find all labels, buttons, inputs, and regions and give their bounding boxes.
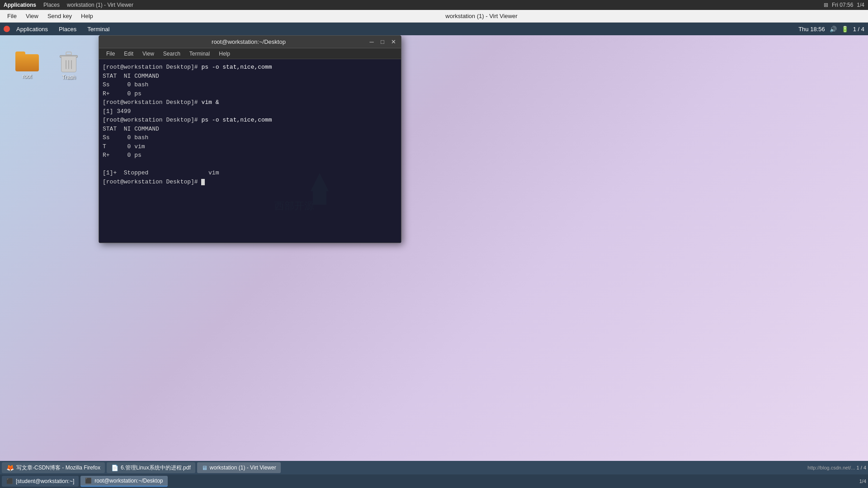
terminal-line-12 [103, 160, 397, 169]
terminal-close-btn[interactable]: ✕ [389, 38, 397, 46]
pdf-label: 6.管理Linux系统中的进程.pdf [121, 464, 191, 472]
volume-icon: 🔊 [830, 26, 837, 33]
taskbar2-page: 1 / 4 [857, 465, 866, 470]
guest-topbar-right: Thu 18:56 🔊 🔋 1 / 4 [798, 26, 864, 33]
trash-handle [66, 52, 72, 55]
virt-window-title: workstation (1) - Virt Viewer [99, 13, 864, 19]
terminal-line-4: R+ 0 ps [103, 89, 397, 99]
apps-red-icon [4, 26, 10, 32]
host-page: 1/4 [857, 2, 864, 8]
host-applications[interactable]: Applications [4, 2, 36, 8]
guest-applications[interactable]: Applications [12, 25, 52, 33]
terminal-title: root@workstation:~/Desktop [130, 38, 368, 45]
student-terminal-label: [student@workstation:~] [16, 478, 74, 484]
host-time: Fri 07:56 [832, 2, 853, 8]
terminal-controls: ─ □ ✕ [368, 38, 397, 46]
host-topbar-left: Applications Places workstation (1) - Vi… [4, 2, 133, 8]
terminal-line-11: R+ 0 ps [103, 151, 397, 160]
trash-icon [60, 52, 78, 72]
host-topbar: Applications Places workstation (1) - Vi… [0, 0, 868, 10]
terminal-line-3: Ss 0 bash [103, 80, 397, 89]
firefox-icon: 🦊 [6, 464, 14, 471]
terminal-edit-menu[interactable]: Edit [120, 50, 137, 58]
desktop-icon-root[interactable]: root [9, 49, 45, 82]
taskbar2-item-virt[interactable]: 🖥 workstation (1) - Virt Viewer [197, 462, 281, 473]
virt-file-menu[interactable]: File [4, 11, 20, 21]
guest-topbar: Applications Places Terminal Thu 18:56 🔊… [0, 23, 868, 35]
terminal-line-10: T 0 vim [103, 142, 397, 151]
guest-terminal[interactable]: Terminal [83, 25, 114, 33]
folder-icon [15, 52, 39, 71]
terminal-minimize-btn[interactable]: ─ [368, 38, 376, 46]
terminal-line-14: [root@workstation Desktop]# [103, 178, 397, 187]
terminal-line-9: Ss 0 bash [103, 133, 397, 142]
battery-icon: 🔋 [841, 26, 849, 33]
taskbar-item-root-desktop[interactable]: ⬛ root@workstation:~/Desktop [80, 476, 167, 487]
trash-body [61, 56, 76, 72]
root-icon-label: root [23, 73, 32, 80]
terminal-line-5: [root@workstation Desktop]# vim & [103, 98, 397, 107]
taskbar2-right: http://blog.csdn.net/... 1 / 4 [807, 465, 866, 470]
taskbar2-url: http://blog.csdn.net/... [807, 465, 855, 470]
firefox-label: 写文章-CSDN博客 - Mozilla Firefox [16, 464, 100, 472]
taskbar-bottom: ⬛ [student@workstation:~] ⬛ root@worksta… [0, 474, 868, 488]
bottom-taskbar-2: 🦊 写文章-CSDN博客 - Mozilla Firefox 📄 6.管理Lin… [0, 461, 868, 474]
root-terminal-icon: ⬛ [85, 478, 92, 484]
guest-topbar-left: Applications Places Terminal [4, 25, 114, 33]
terminal-line-7: [root@workstation Desktop]# ps -o stat,n… [103, 116, 397, 125]
virt-menubar: File View Send key Help workstation (1) … [0, 10, 868, 23]
guest-desktop-wrapper: root Trash root@workstation:~/De [0, 35, 868, 474]
terminal-titlebar: root@workstation:~/Desktop ─ □ ✕ [99, 36, 401, 48]
trash-line-3 [71, 60, 72, 69]
network-icon: ⊞ [824, 2, 828, 8]
terminal-body[interactable]: [root@workstation Desktop]# ps -o stat,n… [99, 59, 401, 243]
trash-lines [66, 60, 72, 69]
guest-page: 1 / 4 [853, 26, 864, 33]
virt-sendkey-menu[interactable]: Send key [44, 11, 75, 21]
root-terminal-label: root@workstation:~/Desktop [94, 478, 163, 484]
trash-line-1 [66, 60, 66, 69]
virt-label: workstation (1) - Virt Viewer [210, 465, 276, 471]
trash-icon-label: Trash [62, 74, 75, 80]
host-topbar-right: ⊞ Fri 07:56 1/4 [824, 2, 864, 8]
student-terminal-icon: ⬛ [6, 478, 13, 484]
terminal-terminal-menu[interactable]: Terminal [186, 50, 213, 58]
terminal-line-1: [root@workstation Desktop]# ps -o stat,n… [103, 63, 397, 72]
taskbar2-item-firefox[interactable]: 🦊 写文章-CSDN博客 - Mozilla Firefox [2, 462, 105, 473]
virt-help-menu[interactable]: Help [77, 11, 97, 21]
terminal-maximize-btn[interactable]: □ [378, 38, 387, 46]
terminal-line-13: [1]+ Stopped vim [103, 169, 397, 178]
taskbar2-item-pdf[interactable]: 📄 6.管理Linux系统中的进程.pdf [107, 462, 195, 473]
virt-icon: 🖥 [202, 465, 208, 471]
host-places[interactable]: Places [43, 2, 60, 8]
terminal-line-6: [1] 3499 [103, 107, 397, 116]
terminal-file-menu[interactable]: File [103, 50, 118, 58]
trash-line-2 [68, 60, 69, 69]
page-indicator: 1/4 [859, 479, 866, 484]
terminal-window: root@workstation:~/Desktop ─ □ ✕ File Ed… [99, 35, 401, 243]
guest-places[interactable]: Places [54, 25, 81, 33]
virt-view-menu[interactable]: View [22, 11, 42, 21]
host-window-title: workstation (1) - Virt Viewer [67, 2, 133, 8]
folder-body [15, 54, 39, 71]
guest-time: Thu 18:56 [798, 26, 825, 33]
taskbar-item-student[interactable]: ⬛ [student@workstation:~] [2, 476, 79, 487]
terminal-menubar: File Edit View Search Terminal Help [99, 48, 401, 59]
terminal-line-2: STAT NI COMMAND [103, 72, 397, 81]
desktop-area: root Trash root@workstation:~/De [0, 35, 868, 474]
taskbar-right-indicators: 1/4 [859, 479, 866, 484]
terminal-view-menu[interactable]: View [139, 50, 158, 58]
desktop-icon-trash[interactable]: Trash [51, 49, 87, 83]
terminal-search-menu[interactable]: Search [160, 50, 184, 58]
terminal-line-8: STAT NI COMMAND [103, 125, 397, 134]
terminal-help-menu[interactable]: Help [215, 50, 234, 58]
pdf-icon: 📄 [111, 465, 118, 471]
